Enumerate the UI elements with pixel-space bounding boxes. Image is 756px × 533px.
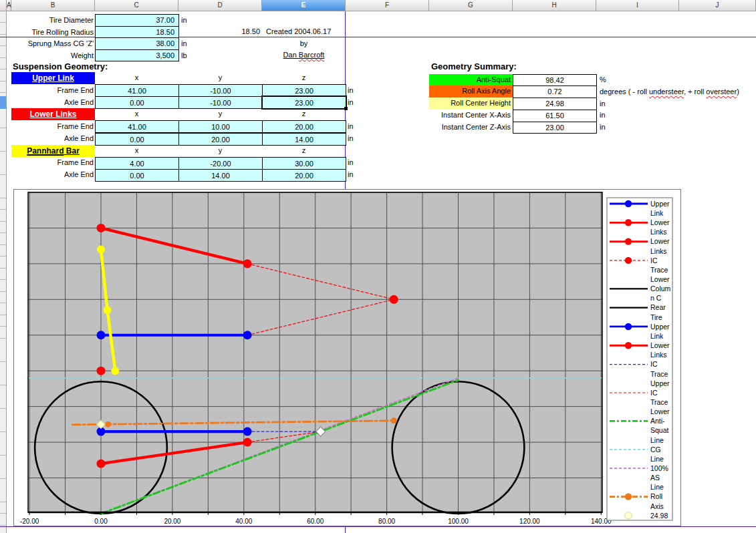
coord-cell[interactable]: 20.00 [262,120,346,133]
coord-cell[interactable]: 20.00 [178,133,263,146]
param-value-cell[interactable]: 37.00 [95,14,179,27]
legend-marker-sample [625,257,632,264]
column-header-h[interactable]: H [513,0,596,11]
param-unit: lb [181,51,187,59]
coord-cell[interactable]: -10.00 [178,84,263,97]
summary-label: Anti-Squat [429,74,513,86]
coord-cell[interactable]: 30.00 [262,157,346,170]
axis-column-header: z [262,73,346,81]
summary-unit: degrees ( - roll understeer, + roll over… [600,87,739,96]
summary-value[interactable]: 98.42 [513,74,597,87]
suspension-geometry-title: Suspension Geometry: [13,61,108,71]
created-date: Created 2004.06.17 [266,27,331,35]
legend-label: Links [650,247,667,255]
legend-label: n C [650,294,662,302]
author-name[interactable]: Dan Barcroft [262,51,346,59]
legend-marker-sample [625,238,632,244]
coord-cell[interactable]: 41.00 [95,84,179,97]
point-label: Axle End [11,98,94,106]
summary-unit: % [600,75,606,83]
column-header-d[interactable]: D [178,0,262,11]
coord-cell[interactable]: 4.00 [95,157,179,170]
point-label: Axle End [11,134,94,142]
param-value-cell[interactable]: 18.50 [95,26,179,39]
coord-cell[interactable]: 14.00 [178,169,263,182]
axis-column-header: x [95,73,178,81]
table-header-label: Pannhard Bar [27,146,80,156]
x-tick-label: 120.00 [519,518,540,525]
coord-cell[interactable]: 0.00 [95,169,179,182]
column-header-a[interactable]: A [7,0,11,11]
summary-value[interactable]: 61.50 [513,110,597,122]
param-label: Tire Diameter [11,16,94,24]
axis-column-header: y [178,73,262,81]
legend-marker-sample [625,200,632,207]
row-unit: in [348,122,354,130]
corner-header[interactable] [0,0,7,11]
row-unit: in [348,134,354,142]
row-header-sliver[interactable] [0,11,7,533]
x-tick-label: 0.00 [94,518,108,525]
summary-value[interactable]: 24.98 [513,98,597,110]
row-unit: in [348,98,354,106]
summary-unit: in [600,100,606,108]
x-tick-label: 80.00 [378,518,395,525]
table-header-upper-link[interactable]: Upper Link [11,72,95,84]
x-tick-label: 40.00 [235,518,252,525]
legend-label: Squat [650,426,669,434]
legend-label: Line [650,436,664,444]
summary-label: Instant Center Z-Axis [429,122,513,134]
param-value-cell[interactable]: 3,500 [95,49,179,62]
chart-marker [104,306,112,314]
column-header-j[interactable]: J [679,0,756,11]
summary-value[interactable]: 23.00 [513,122,597,134]
legend-marker-sample [625,219,632,226]
coord-cell[interactable]: 41.00 [95,120,179,133]
column-header-i[interactable]: I [596,0,679,11]
column-header-f[interactable]: F [346,0,429,11]
chart-marker [243,438,252,447]
coord-cell[interactable]: 20.00 [262,169,346,182]
legend-marker-sample [625,512,632,519]
table-header-pannhard-bar[interactable]: Pannhard Bar [11,145,95,157]
legend-marker-sample [625,323,632,330]
row-unit: in [348,86,354,94]
point-label: Axle End [11,170,94,178]
misspelled-word: understeer [649,87,684,96]
column-header-c[interactable]: C [95,0,178,11]
point-label: Frame End [11,122,94,130]
legend-label: 24.98 [650,512,668,520]
coord-cell[interactable]: 10.00 [178,120,263,133]
axis-column-header: x [95,110,178,118]
point-label: Frame End [11,158,94,166]
chart-marker [97,224,106,232]
summary-value[interactable]: 0.72 [513,85,597,98]
coord-cell[interactable]: -10.00 [178,96,263,109]
coord-cell[interactable]: -20.00 [178,157,263,170]
row-unit: in [348,170,354,178]
legend-label: Line [650,455,664,463]
created-value: 18.50 [178,27,260,35]
param-value-cell[interactable]: 38.00 [95,37,179,50]
param-unit: in [181,16,187,24]
param-unit: in [181,39,187,47]
legend-label: Upper [650,323,670,331]
legend-label: Lower [650,407,670,415]
coord-cell[interactable]: 14.00 [262,133,346,146]
coord-cell[interactable]: 0.00 [95,133,179,146]
chart-canvas: -20.000.0020.0040.0060.0080.00100.00120.… [14,190,680,526]
coord-cell[interactable]: 0.00 [95,96,179,109]
axis-column-header: z [262,110,346,118]
selected-row-indicator [0,96,6,109]
legend-label: 100% [650,464,668,472]
x-tick-label: -20.00 [20,518,39,525]
column-header-g[interactable]: G [429,0,513,11]
table-header-lower-links[interactable]: Lower Links [11,108,95,120]
legend-label: Tire [650,313,662,321]
column-header-e[interactable]: E [262,0,346,11]
param-label: Tire Rolling Radius [11,28,94,36]
suspension-chart[interactable]: -20.000.0020.0040.0060.0080.00100.00120.… [13,189,681,526]
column-header-b[interactable]: B [11,0,95,11]
legend-label: Roll [650,492,662,500]
chart-marker [243,331,252,339]
